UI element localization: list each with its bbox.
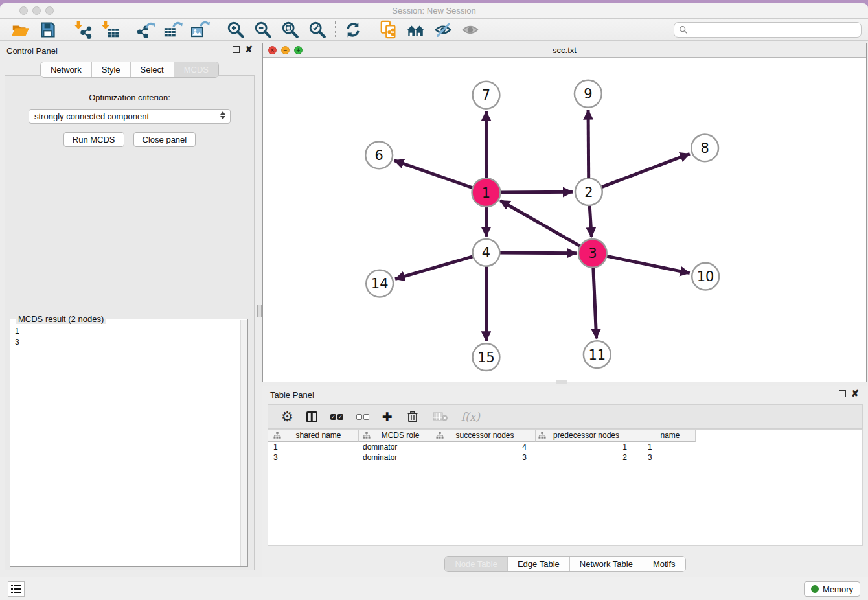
graph-node-label: 15	[477, 350, 495, 365]
table-cell[interactable]: 3	[433, 453, 536, 462]
float-table-panel-icon[interactable]	[839, 390, 846, 397]
graph-node-label: 11	[588, 347, 606, 363]
refresh-view-button[interactable]	[339, 19, 367, 40]
hide-selected-button[interactable]	[429, 19, 457, 40]
tab-motifs[interactable]: Motifs	[643, 557, 685, 571]
import-table-button[interactable]	[97, 19, 124, 40]
network-canvas[interactable]: 7968124314101511	[263, 58, 866, 382]
column-header-name[interactable]: name	[641, 430, 696, 442]
window-titlebar: Session: New Session	[0, 3, 868, 19]
tab-network-table[interactable]: Network Table	[569, 557, 643, 571]
graph-edge-3-1[interactable]	[500, 200, 582, 247]
list-icon	[11, 585, 21, 594]
table-body: 1dominator4113dominator323	[268, 442, 862, 463]
zoom-selected-button[interactable]	[304, 19, 331, 40]
delete-table-button[interactable]	[433, 407, 448, 426]
hierarchy-icon	[538, 432, 546, 439]
memory-button[interactable]: Memory	[804, 581, 860, 597]
close-panel-icon[interactable]: ✘	[245, 46, 253, 53]
add-column-button[interactable]: ✚	[382, 407, 393, 426]
float-panel-icon[interactable]	[233, 46, 240, 53]
run-mcds-button[interactable]: Run MCDS	[63, 132, 124, 147]
horizontal-splitter-handle[interactable]	[556, 380, 567, 384]
mcds-result-title: MCDS result (2 nodes)	[16, 314, 106, 324]
refresh-icon	[344, 21, 362, 39]
table-row[interactable]: 3dominator323	[268, 452, 862, 463]
function-builder-button[interactable]: f(x)	[461, 407, 480, 426]
search-input[interactable]	[674, 22, 862, 38]
criterion-value: strongly connected component	[34, 111, 149, 121]
open-folder-icon	[10, 20, 30, 40]
tab-node-table[interactable]: Node Table	[445, 557, 507, 571]
graph-node-label: 4	[482, 245, 490, 260]
graph-edge-3-11[interactable]	[593, 265, 597, 339]
graph-edge-2-3[interactable]	[589, 203, 591, 237]
tab-network[interactable]: Network	[41, 62, 91, 77]
graph-edge-1-2[interactable]	[497, 192, 573, 192]
control-panel-title: Control Panel	[6, 46, 58, 56]
table-cell[interactable]: 4	[433, 443, 536, 452]
graph-edge-3-10[interactable]	[604, 255, 689, 273]
graph-edge-4-14[interactable]	[395, 256, 475, 279]
table-settings-button[interactable]: ⚙	[281, 407, 293, 426]
graph-edge-2-8[interactable]	[600, 154, 690, 188]
vertical-splitter-handle[interactable]	[257, 305, 262, 317]
tab-edge-table[interactable]: Edge Table	[507, 557, 569, 571]
unselect-all-columns-button[interactable]	[356, 407, 369, 426]
mcds-result-list[interactable]: 1 3	[12, 325, 240, 565]
zoom-in-button[interactable]	[222, 19, 249, 40]
column-header-mcds-role[interactable]: MCDS role	[359, 430, 433, 442]
tab-style[interactable]: Style	[91, 62, 130, 77]
node-table: shared name MCDS role successor nodes pr…	[268, 429, 863, 546]
clone-network-button[interactable]	[375, 19, 402, 40]
table-cell[interactable]: 1	[268, 443, 359, 452]
open-file-button[interactable]	[6, 19, 34, 40]
task-history-button[interactable]	[8, 581, 25, 597]
tab-mcds[interactable]: MCDS	[174, 62, 218, 77]
table-cell[interactable]: 3	[641, 453, 696, 462]
main-toolbar	[0, 19, 868, 41]
column-header-predecessor-nodes[interactable]: predecessor nodes	[536, 430, 641, 442]
table-header-row: shared name MCDS role successor nodes pr…	[268, 430, 862, 442]
gear-icon: ⚙	[281, 410, 293, 424]
table-cell[interactable]: dominator	[359, 443, 433, 452]
select-all-columns-button[interactable]: ✓✓	[330, 407, 343, 426]
tab-select[interactable]: Select	[130, 62, 174, 77]
close-table-panel-icon[interactable]: ✘	[851, 390, 859, 397]
export-image-icon	[190, 20, 210, 40]
show-all-button[interactable]	[457, 19, 484, 40]
column-header-shared-name[interactable]: shared name	[268, 430, 359, 442]
criterion-select[interactable]: strongly connected component	[29, 109, 231, 124]
first-neighbors-button[interactable]	[402, 19, 429, 40]
column-header-successor-nodes[interactable]: successor nodes	[433, 430, 536, 442]
result-line: 1	[15, 326, 240, 337]
show-columns-button[interactable]	[306, 407, 317, 426]
close-panel-button[interactable]: Close panel	[133, 132, 196, 147]
network-frame-title: scc.txt	[263, 45, 866, 55]
export-image-button[interactable]	[187, 19, 214, 40]
table-row[interactable]: 1dominator411	[268, 442, 862, 452]
graph-edge-1-6[interactable]	[394, 161, 475, 189]
network-graph[interactable]: 7968124314101511	[263, 58, 866, 382]
delete-column-button[interactable]	[405, 407, 420, 426]
table-cell[interactable]: 2	[536, 453, 641, 462]
table-cell[interactable]: 1	[536, 443, 641, 452]
table-cell[interactable]: dominator	[359, 453, 433, 462]
save-session-button[interactable]	[34, 19, 61, 40]
export-table-button[interactable]	[159, 19, 187, 40]
control-panel: Control Panel ✘ Network Style Select MCD…	[0, 41, 259, 577]
graph-edge-2-9[interactable]	[588, 110, 589, 181]
hierarchy-icon	[273, 432, 281, 439]
status-bar: Memory	[0, 577, 868, 600]
table-cell[interactable]: 1	[641, 443, 696, 452]
zoom-fit-button[interactable]	[277, 19, 304, 40]
graph-edge-4-3[interactable]	[497, 253, 577, 253]
export-network-button[interactable]	[132, 19, 159, 40]
search-icon	[679, 25, 688, 34]
zoom-out-button[interactable]	[249, 19, 277, 40]
table-cell[interactable]: 3	[268, 453, 359, 462]
toolbar-separator	[128, 21, 128, 38]
network-frame-titlebar[interactable]: × − + scc.txt	[263, 43, 866, 58]
import-network-button[interactable]	[69, 19, 97, 40]
result-scrollbar[interactable]	[240, 320, 247, 566]
